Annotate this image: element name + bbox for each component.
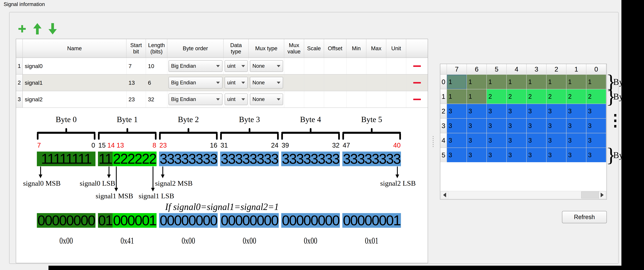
scale-cell[interactable]: [304, 91, 324, 107]
matrix-horizontal-scrollbar[interactable]: [440, 191, 606, 199]
matrix-cell[interactable]: 3: [447, 119, 466, 133]
matrix-cell[interactable]: 2: [526, 89, 546, 104]
unit-cell[interactable]: [386, 91, 406, 107]
matrix-column-header[interactable]: 7: [447, 64, 466, 74]
matrix-cell[interactable]: 3: [586, 133, 606, 148]
mux-value-cell[interactable]: [284, 75, 304, 91]
matrix-cell[interactable]: 3: [487, 104, 506, 118]
signal-name-cell[interactable]: signal1: [23, 75, 126, 91]
matrix-column-header[interactable]: 0: [586, 64, 606, 74]
data-type-select[interactable]: uint: [225, 93, 248, 105]
mux-value-cell[interactable]: [284, 91, 304, 107]
matrix-cell[interactable]: 2: [546, 89, 566, 104]
matrix-cell[interactable]: 3: [467, 104, 486, 118]
column-header[interactable]: Byte order: [167, 39, 224, 58]
column-header[interactable]: Mux value: [284, 39, 304, 58]
mux-type-select[interactable]: None: [250, 93, 283, 105]
column-header[interactable]: [16, 39, 23, 58]
matrix-cell[interactable]: 3: [526, 133, 546, 148]
matrix-column-header[interactable]: 4: [507, 64, 526, 74]
min-cell[interactable]: [346, 91, 366, 107]
matrix-cell[interactable]: 2: [566, 89, 586, 104]
matrix-cell[interactable]: 1: [546, 75, 566, 89]
matrix-cell[interactable]: 3: [447, 148, 466, 162]
matrix-cell[interactable]: 3: [546, 133, 566, 148]
min-cell[interactable]: [346, 75, 366, 91]
data-type-select[interactable]: uint: [225, 60, 248, 72]
signal-name-cell[interactable]: signal2: [23, 91, 126, 107]
matrix-cell[interactable]: 3: [546, 104, 566, 118]
min-cell[interactable]: [346, 58, 366, 74]
matrix-cell[interactable]: 3: [526, 119, 546, 133]
matrix-cell[interactable]: 1: [526, 75, 546, 89]
unit-cell[interactable]: [386, 75, 406, 91]
matrix-column-header[interactable]: 6: [467, 64, 486, 74]
matrix-cell[interactable]: 3: [566, 148, 586, 162]
column-header[interactable]: Data type: [224, 39, 249, 58]
matrix-cell[interactable]: 3: [467, 119, 486, 133]
column-header[interactable]: Length (bits): [146, 39, 167, 58]
matrix-cell[interactable]: 2: [487, 89, 506, 104]
matrix-cell[interactable]: 3: [526, 104, 546, 118]
matrix-cell[interactable]: 3: [447, 133, 466, 148]
table-row[interactable]: 2signal1136Big EndianuintNone: [16, 75, 428, 91]
matrix-cell[interactable]: 3: [487, 133, 506, 148]
mux-value-cell[interactable]: [284, 58, 304, 74]
remove-signal-button[interactable]: [413, 82, 421, 83]
matrix-cell[interactable]: 3: [447, 104, 466, 118]
start-bit-cell[interactable]: 13: [126, 75, 146, 91]
matrix-row-header[interactable]: 0: [440, 75, 446, 89]
matrix-cell[interactable]: 1: [566, 75, 586, 89]
refresh-button[interactable]: Refresh: [562, 211, 607, 223]
move-down-button[interactable]: [47, 22, 58, 36]
add-signal-button[interactable]: [16, 22, 28, 36]
scale-cell[interactable]: [304, 58, 324, 74]
matrix-cell[interactable]: 3: [586, 104, 606, 118]
matrix-cell[interactable]: 2: [507, 89, 526, 104]
column-header[interactable]: Name: [23, 39, 126, 58]
column-header[interactable]: Unit: [386, 39, 406, 58]
offset-cell[interactable]: [324, 75, 346, 91]
matrix-cell-selected[interactable]: 1: [447, 75, 466, 89]
matrix-cell[interactable]: 3: [586, 119, 606, 133]
matrix-cell[interactable]: 1: [507, 75, 526, 89]
max-cell[interactable]: [366, 75, 386, 91]
byte-order-select[interactable]: Big Endian: [168, 77, 222, 88]
column-header[interactable]: [406, 39, 428, 58]
matrix-cell[interactable]: 1: [487, 75, 506, 89]
column-header[interactable]: Max: [366, 39, 386, 58]
remove-signal-button[interactable]: [413, 99, 421, 100]
scale-cell[interactable]: [304, 75, 324, 91]
matrix-cell[interactable]: 3: [467, 148, 486, 162]
table-row[interactable]: 3signal22332Big EndianuintNone: [16, 91, 428, 108]
matrix-column-header[interactable]: 3: [526, 64, 546, 74]
matrix-row-header[interactable]: 1: [440, 89, 446, 104]
matrix-cell[interactable]: 3: [546, 148, 566, 162]
matrix-cell[interactable]: 3: [566, 133, 586, 148]
column-header[interactable]: Start bit: [126, 39, 146, 58]
matrix-cell[interactable]: 3: [546, 119, 566, 133]
mux-type-select[interactable]: None: [250, 77, 283, 88]
matrix-cell[interactable]: 3: [507, 148, 526, 162]
offset-cell[interactable]: [324, 91, 346, 107]
matrix-cell[interactable]: 1: [467, 89, 486, 104]
matrix-cell[interactable]: 1: [467, 75, 486, 89]
matrix-row-header[interactable]: 5: [440, 148, 446, 162]
splitter-handle[interactable]: [433, 135, 434, 148]
byte-order-select[interactable]: Big Endian: [168, 93, 222, 105]
column-header[interactable]: Mux type: [249, 39, 284, 58]
start-bit-cell[interactable]: 7: [126, 58, 146, 74]
matrix-column-header[interactable]: 1: [566, 64, 586, 74]
scrollbar-thumb[interactable]: [581, 191, 599, 198]
matrix-cell[interactable]: 3: [566, 104, 586, 118]
matrix-row-header[interactable]: 3: [440, 119, 446, 133]
matrix-cell[interactable]: 3: [467, 133, 486, 148]
matrix-cell[interactable]: 3: [586, 148, 606, 162]
matrix-cell[interactable]: 3: [507, 119, 526, 133]
data-type-select[interactable]: uint: [225, 77, 248, 88]
matrix-row-header[interactable]: 2: [440, 104, 446, 118]
matrix-cell[interactable]: 3: [507, 133, 526, 148]
matrix-column-header[interactable]: 5: [487, 64, 506, 74]
matrix-cell[interactable]: 2: [586, 89, 606, 104]
scroll-left-arrow[interactable]: [441, 191, 448, 199]
